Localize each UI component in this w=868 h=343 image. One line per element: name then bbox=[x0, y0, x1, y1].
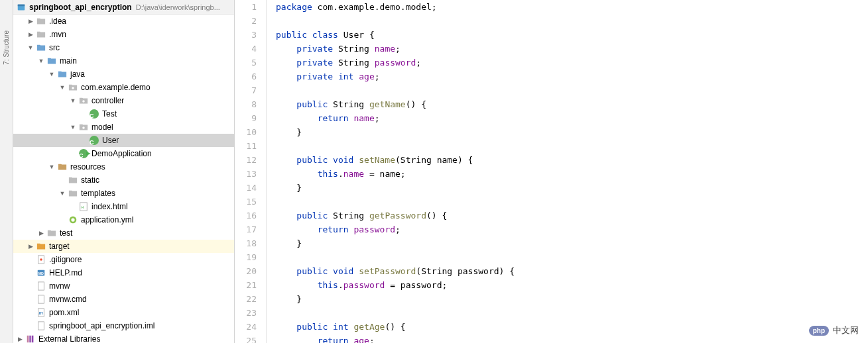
tree-item-application-yml[interactable]: ▶application.yml bbox=[13, 213, 234, 226]
tree-item-mvnw-cmd[interactable]: ▶mvnw.cmd bbox=[13, 293, 234, 306]
folder-icon bbox=[68, 175, 78, 185]
line-number: 2 bbox=[235, 14, 257, 28]
code-line[interactable]: private String name; bbox=[276, 42, 868, 56]
chevron-right-icon[interactable]: ▶ bbox=[27, 30, 34, 38]
code-line[interactable]: } bbox=[276, 181, 868, 195]
tree-item-label: test bbox=[60, 226, 72, 240]
chevron-down-icon[interactable]: ▼ bbox=[37, 57, 45, 65]
tree-item-label: mvnw.cmd bbox=[49, 293, 87, 306]
package-icon bbox=[68, 82, 78, 93]
code-line[interactable]: } bbox=[276, 236, 868, 250]
code-line[interactable] bbox=[276, 250, 868, 264]
code-line[interactable]: return age; bbox=[276, 334, 868, 343]
code-line[interactable]: private String password; bbox=[276, 56, 868, 70]
tree-item--mvn[interactable]: ▶.mvn bbox=[13, 28, 234, 41]
chevron-down-icon[interactable]: ▼ bbox=[58, 189, 66, 197]
line-number: 22 bbox=[235, 292, 257, 306]
tree-item-mvnw[interactable]: ▶mvnw bbox=[13, 279, 234, 293]
line-number: 1 bbox=[235, 0, 257, 14]
tree-item-label: main bbox=[60, 54, 77, 68]
tree-item-springboot-api-encryption-iml[interactable]: ▶springboot_api_encryption.iml bbox=[13, 319, 234, 332]
chevron-right-icon[interactable]: ▶ bbox=[27, 17, 34, 25]
tree-item-label: templates bbox=[81, 187, 115, 200]
tree-item-main[interactable]: ▼main bbox=[13, 54, 234, 68]
code-line[interactable]: public int getAge() { bbox=[276, 320, 868, 334]
chevron-down-icon[interactable]: ▼ bbox=[48, 70, 56, 78]
line-number: 4 bbox=[235, 42, 257, 56]
project-root-row[interactable]: springboot_api_encryption D:\java\iderwo… bbox=[13, 0, 234, 15]
line-number: 16 bbox=[235, 209, 257, 222]
chevron-down-icon[interactable]: ▼ bbox=[69, 123, 77, 131]
tree-item-help-md[interactable]: ▶MDHELP.md bbox=[13, 266, 234, 279]
line-number: 6 bbox=[235, 70, 257, 83]
code-line[interactable] bbox=[276, 306, 868, 320]
tree-item-test[interactable]: ▶CTest bbox=[13, 107, 234, 121]
tree-item--idea[interactable]: ▶.idea bbox=[13, 15, 234, 28]
chevron-right-icon[interactable]: ▶ bbox=[37, 229, 45, 237]
tree-item-java[interactable]: ▼java bbox=[13, 68, 234, 81]
tree-item-templates[interactable]: ▼templates bbox=[13, 187, 234, 200]
tree-item-controller[interactable]: ▼controller bbox=[13, 94, 234, 107]
file-icon bbox=[36, 320, 46, 331]
code-content[interactable]: package com.example.demo.model; public c… bbox=[267, 0, 868, 343]
code-line[interactable]: public void setPassword(String password)… bbox=[276, 264, 868, 278]
code-line[interactable]: return name; bbox=[276, 111, 868, 125]
tree-item-pom-xml[interactable]: ▶mpom.xml bbox=[13, 306, 234, 319]
code-line[interactable]: public String getName() { bbox=[276, 97, 868, 111]
file-m-icon: m bbox=[36, 307, 46, 318]
svg-point-3 bbox=[82, 100, 85, 103]
folder-brown-icon bbox=[57, 162, 68, 172]
tree-item-static[interactable]: ▶static bbox=[13, 173, 234, 187]
external-libraries-row[interactable]: ▶ External Libraries bbox=[13, 332, 234, 343]
code-line[interactable]: } bbox=[276, 292, 868, 306]
folder-blue-icon bbox=[57, 69, 68, 79]
tree-item-resources[interactable]: ▼resources bbox=[13, 160, 234, 173]
svg-text:MD: MD bbox=[38, 271, 44, 275]
code-line[interactable]: public void setName(String name) { bbox=[276, 153, 868, 167]
code-line[interactable]: private int age; bbox=[276, 70, 868, 83]
chevron-down-icon[interactable]: ▼ bbox=[48, 163, 56, 171]
chevron-down-icon[interactable]: ▼ bbox=[58, 83, 66, 91]
chevron-right-icon: ▶ bbox=[16, 335, 24, 343]
code-line[interactable]: return password; bbox=[276, 222, 868, 236]
yml-icon bbox=[68, 215, 78, 225]
tree-item-index-html[interactable]: ▶Hindex.html bbox=[13, 200, 234, 213]
code-line[interactable]: public class User { bbox=[276, 28, 868, 42]
chevron-down-icon[interactable]: ▼ bbox=[27, 44, 34, 52]
code-line[interactable] bbox=[276, 83, 868, 97]
class-icon: C bbox=[89, 135, 99, 146]
tree-item-src[interactable]: ▼src bbox=[13, 41, 234, 54]
structure-tab-label[interactable]: 7: Structure bbox=[3, 26, 10, 69]
folder-blue-icon bbox=[36, 42, 46, 53]
structure-tool-strip[interactable]: 7: Structure bbox=[0, 0, 13, 343]
code-line[interactable]: this.name = name; bbox=[276, 167, 868, 181]
chevron-right-icon[interactable]: ▶ bbox=[27, 242, 34, 250]
tree-item-test[interactable]: ▶test bbox=[13, 226, 234, 240]
tree-item-label: pom.xml bbox=[49, 306, 79, 319]
project-tree-panel[interactable]: springboot_api_encryption D:\java\iderwo… bbox=[13, 0, 235, 343]
chevron-down-icon[interactable]: ▼ bbox=[69, 97, 77, 105]
code-line[interactable]: package com.example.demo.model; bbox=[276, 0, 868, 14]
code-line[interactable] bbox=[276, 139, 868, 153]
tree-item-user[interactable]: ▶CUser bbox=[13, 134, 234, 147]
code-line[interactable] bbox=[276, 14, 868, 28]
code-line[interactable]: } bbox=[276, 125, 868, 139]
line-number: 12 bbox=[235, 153, 257, 167]
project-root-name: springboot_api_encryption bbox=[29, 1, 132, 14]
tree-item-demoapplication[interactable]: ▶C▶DemoApplication bbox=[13, 147, 234, 160]
code-line[interactable] bbox=[276, 195, 868, 209]
code-editor[interactable]: 1234567891011121314151617181920212223242… bbox=[235, 0, 868, 343]
folder-icon bbox=[68, 188, 78, 199]
tree-item-target[interactable]: ▶target bbox=[13, 240, 234, 253]
tree-item-label: model bbox=[92, 121, 113, 134]
code-line[interactable]: this.password = password; bbox=[276, 278, 868, 292]
tree-item--gitignore[interactable]: ▶.gitignore bbox=[13, 253, 234, 266]
svg-point-4 bbox=[82, 126, 85, 129]
tree-item-model[interactable]: ▼model bbox=[13, 121, 234, 134]
svg-rect-17 bbox=[38, 322, 44, 330]
line-number: 20 bbox=[235, 264, 257, 278]
tree-item-label: application.yml bbox=[81, 213, 133, 226]
tree-item-com-example-demo[interactable]: ▼com.example.demo bbox=[13, 81, 234, 94]
code-line[interactable]: public String getPassword() { bbox=[276, 209, 868, 222]
tree-item-label: .gitignore bbox=[49, 253, 82, 266]
